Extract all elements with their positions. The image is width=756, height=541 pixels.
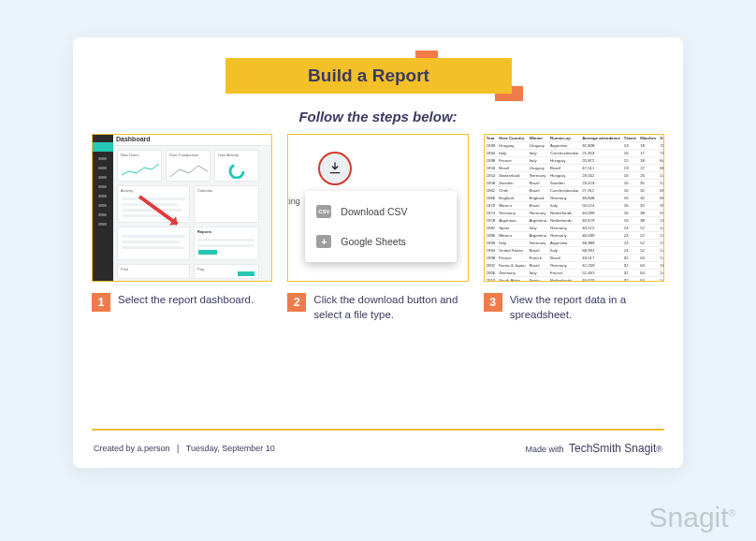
spreadsheet: YearHost CountryWinnerRunner-upAverage a… xyxy=(485,135,663,281)
csv-icon: CSV xyxy=(316,205,331,218)
step-2: king CSV Download CSV + Google Sheets 2 xyxy=(287,134,468,322)
truncated-label: king xyxy=(287,197,300,206)
download-menu: CSV Download CSV + Google Sheets xyxy=(305,191,456,262)
dashboard-sidebar xyxy=(93,135,113,281)
menu-item-label: Download CSV xyxy=(341,206,407,217)
step-3: YearHost CountryWinnerRunner-upAverage a… xyxy=(484,134,664,322)
step-1: Dashboard New Users User Comparison User… xyxy=(92,134,272,322)
menu-item-csv[interactable]: CSV Download CSV xyxy=(305,197,456,227)
document-canvas: Build a Report Follow the steps below: xyxy=(73,37,683,468)
step-3-caption: View the report data in a spreadsheet. xyxy=(510,293,664,322)
menu-item-label: Google Sheets xyxy=(341,236,405,247)
svg-point-0 xyxy=(230,165,243,178)
step-3-number: 3 xyxy=(484,293,502,312)
step-3-screenshot: YearHost CountryWinnerRunner-upAverage a… xyxy=(484,134,664,282)
footer: Created by a.person | Tuesday, September… xyxy=(94,442,662,455)
footer-left: Created by a.person | Tuesday, September… xyxy=(94,444,275,453)
snagit-watermark: Snagit® xyxy=(649,502,735,534)
page-title: Build a Report xyxy=(225,58,512,94)
title-block: Build a Report xyxy=(233,54,523,99)
footer-divider xyxy=(92,429,664,431)
dashboard-title: Dashboard xyxy=(116,136,151,142)
page-subtitle: Follow the steps below: xyxy=(92,109,664,124)
download-icon xyxy=(327,161,342,176)
step-1-number: 1 xyxy=(92,293,110,312)
download-button[interactable] xyxy=(318,152,352,185)
step-2-screenshot: king CSV Download CSV + Google Sheets xyxy=(287,134,468,282)
step-1-caption: Select the report dashboard. xyxy=(118,293,254,308)
step-1-screenshot: Dashboard New Users User Comparison User… xyxy=(92,134,272,282)
footer-right: Made with TechSmith Snagit® xyxy=(525,442,662,455)
step-2-number: 2 xyxy=(287,293,306,312)
menu-item-sheets[interactable]: + Google Sheets xyxy=(305,227,456,256)
step-2-caption: Click the download button and select a f… xyxy=(313,293,468,322)
sheets-icon: + xyxy=(316,235,331,248)
steps-row: Dashboard New Users User Comparison User… xyxy=(92,134,664,322)
